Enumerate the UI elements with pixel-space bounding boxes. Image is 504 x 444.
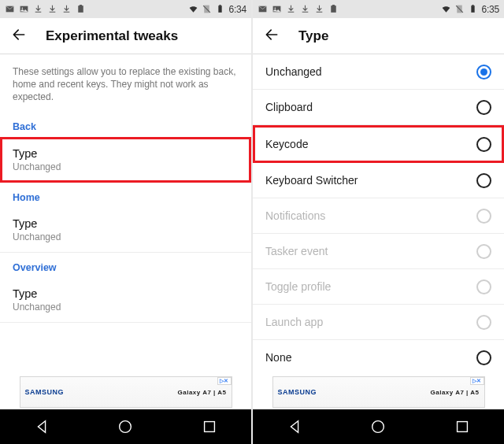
option-label: Launch app	[265, 316, 323, 328]
radio-icon	[476, 173, 491, 188]
image-icon	[272, 4, 282, 14]
no-sim-icon	[454, 4, 465, 14]
download-icon	[314, 4, 324, 14]
svg-rect-18	[472, 6, 475, 13]
row-subtitle: Unchanged	[13, 302, 239, 313]
option-label: Toggle profile	[265, 280, 331, 293]
svg-rect-7	[219, 6, 222, 13]
status-time: 6:35	[481, 4, 499, 15]
row-home-type[interactable]: Type Unchanged	[0, 208, 251, 253]
nav-home-icon[interactable]	[117, 418, 134, 435]
download-icon	[33, 4, 43, 14]
ad-brand: SAMSUNG	[278, 388, 317, 396]
option-none[interactable]: None	[253, 340, 504, 373]
option-clipboard[interactable]: Clipboard	[253, 90, 504, 125]
option-launch-app: Launch app	[253, 305, 504, 340]
download-icon	[286, 4, 296, 14]
option-keycode[interactable]: Keycode	[253, 125, 504, 163]
page-title: Experimental tweaks	[46, 28, 178, 44]
row-title: Type	[13, 217, 239, 230]
category-back: Back	[0, 112, 251, 137]
svg-point-13	[275, 8, 276, 9]
app-bar: Type	[253, 18, 504, 54]
option-keyboard-switcher[interactable]: Keyboard Switcher	[253, 163, 504, 198]
nav-recent-icon[interactable]	[454, 418, 471, 435]
svg-rect-15	[332, 5, 335, 6]
svg-rect-14	[331, 6, 336, 13]
phone-left: 6:34 Experimental tweaks These settings …	[0, 0, 251, 444]
option-unchanged[interactable]: Unchanged	[253, 54, 504, 90]
phone-right: 6:35 Type Unchanged Clipboard Keycode Ke…	[253, 0, 504, 444]
nav-back-icon[interactable]	[33, 418, 50, 435]
nav-bar	[253, 409, 504, 444]
option-label: Unchanged	[265, 65, 322, 78]
svg-point-2	[22, 8, 24, 9]
row-subtitle: Unchanged	[13, 161, 239, 172]
options-list: Unchanged Clipboard Keycode Keyboard Swi…	[253, 54, 504, 373]
row-overview-type[interactable]: Type Unchanged	[0, 278, 251, 323]
page-title: Type	[298, 28, 328, 44]
download-icon	[300, 4, 310, 14]
radio-icon	[476, 209, 491, 224]
nav-recent-icon[interactable]	[201, 418, 218, 435]
no-sim-icon	[202, 4, 212, 14]
clipboard-icon	[328, 4, 339, 14]
mail-icon	[258, 4, 268, 14]
radio-icon	[476, 100, 491, 115]
image-icon	[19, 4, 29, 14]
radio-icon	[476, 350, 491, 365]
category-home: Home	[0, 183, 251, 208]
description-text: These settings allow you to replace the …	[0, 54, 251, 112]
back-arrow-icon[interactable]	[264, 27, 280, 46]
back-arrow-icon[interactable]	[11, 27, 27, 46]
svg-rect-10	[204, 422, 214, 432]
mail-icon	[5, 4, 15, 14]
wifi-icon	[441, 4, 451, 14]
option-label: Keycode	[265, 138, 308, 150]
adchoices-icon[interactable]: ▷✕	[470, 377, 484, 385]
status-bar: 6:34	[0, 0, 251, 18]
ad-banner[interactable]: SAMSUNG Galaxy A7 | A5 ▷✕	[20, 376, 232, 408]
option-label: None	[265, 351, 291, 364]
radio-icon	[476, 137, 491, 152]
download-icon	[61, 4, 72, 14]
row-back-type[interactable]: Type Unchanged	[0, 137, 251, 183]
category-overview: Overview	[0, 253, 251, 278]
ad-product: Galaxy A7 | A5	[177, 389, 226, 396]
radio-icon	[476, 279, 491, 294]
svg-point-9	[120, 421, 132, 433]
battery-icon	[215, 4, 225, 14]
svg-rect-19	[472, 5, 474, 6]
adchoices-icon[interactable]: ▷✕	[217, 377, 232, 385]
radio-icon	[476, 315, 491, 330]
nav-bar	[0, 409, 251, 444]
settings-content: These settings allow you to replace the …	[0, 54, 251, 373]
ad-container: SAMSUNG Galaxy A7 | A5 ▷✕	[253, 373, 504, 409]
app-bar: Experimental tweaks	[0, 18, 251, 54]
clipboard-icon	[76, 4, 86, 14]
nav-home-icon[interactable]	[369, 418, 387, 435]
radio-icon	[476, 244, 491, 259]
status-bar: 6:35	[253, 0, 504, 18]
option-tasker-event: Tasker event	[253, 234, 504, 269]
battery-icon	[468, 4, 478, 14]
ad-product: Galaxy A7 | A5	[430, 389, 479, 396]
status-time: 6:34	[228, 4, 246, 15]
row-title: Type	[13, 147, 239, 160]
svg-rect-4	[80, 5, 82, 6]
row-subtitle: Unchanged	[13, 231, 239, 242]
svg-rect-3	[78, 6, 83, 13]
radio-icon	[476, 65, 491, 80]
svg-point-20	[372, 421, 384, 433]
ad-brand: SAMSUNG	[25, 388, 65, 396]
ad-container: SAMSUNG Galaxy A7 | A5 ▷✕	[0, 373, 251, 409]
ad-banner[interactable]: SAMSUNG Galaxy A7 | A5 ▷✕	[272, 376, 485, 408]
download-icon	[47, 4, 57, 14]
svg-rect-21	[457, 422, 467, 432]
option-toggle-profile: Toggle profile	[253, 269, 504, 305]
nav-back-icon[interactable]	[286, 418, 303, 435]
option-label: Tasker event	[265, 245, 328, 257]
option-notifications: Notifications	[253, 198, 504, 234]
option-label: Keyboard Switcher	[265, 174, 358, 187]
option-label: Notifications	[265, 209, 325, 222]
